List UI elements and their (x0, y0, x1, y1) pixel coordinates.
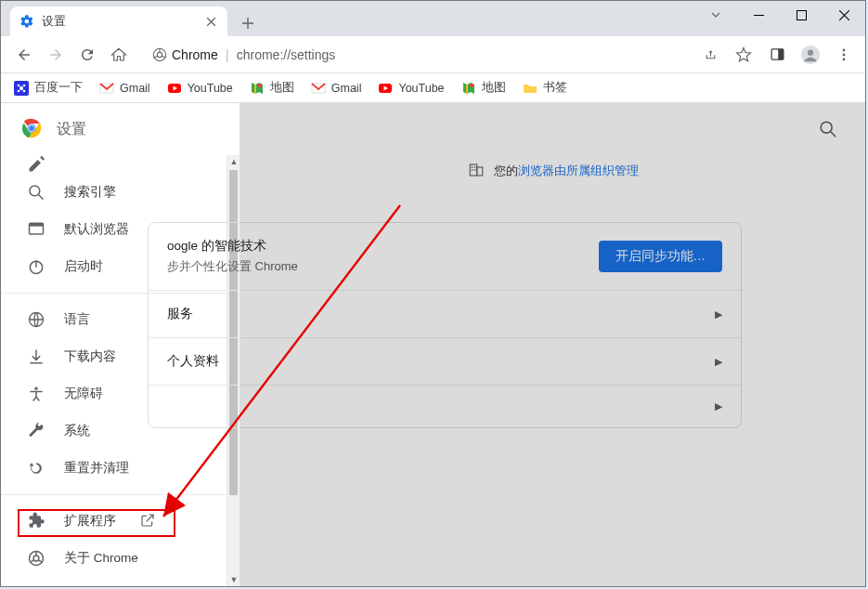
bookmark-item[interactable]: YouTube (370, 77, 451, 99)
address-bar[interactable]: Chrome | chrome://settings (142, 41, 681, 69)
sidebar-item-about-chrome[interactable]: 关于 Chrome (1, 540, 240, 577)
svg-point-7 (808, 49, 813, 55)
youtube-icon (378, 81, 393, 96)
svg-point-27 (30, 186, 40, 196)
youtube-icon (167, 81, 182, 96)
svg-point-35 (821, 122, 832, 133)
profile-avatar-icon[interactable] (797, 41, 824, 69)
sidebar-item-reset[interactable]: 重置并清理 (1, 450, 240, 487)
svg-point-22 (469, 83, 473, 86)
sidebar-item-extensions[interactable]: 扩展程序 (1, 503, 240, 540)
maps-icon (250, 81, 265, 96)
settings-main: 您的浏览器由所属组织管理 oogle 的智能技术 步并个性化设置 Chrome … (240, 103, 865, 586)
wrench-icon (27, 422, 45, 440)
turn-on-sync-button[interactable]: 开启同步功能… (599, 241, 723, 272)
blank-row[interactable]: ▶ (149, 386, 741, 427)
svg-rect-37 (476, 167, 482, 176)
omnibox-label: Chrome (172, 47, 218, 62)
svg-rect-40 (471, 169, 473, 171)
sidebar-title: 设置 (57, 120, 86, 139)
maximize-button[interactable] (780, 1, 823, 29)
sync-services-row[interactable]: 服务 ▶ (149, 291, 741, 338)
minimize-button[interactable] (737, 1, 780, 29)
folder-icon (523, 81, 538, 96)
svg-point-32 (34, 387, 37, 390)
bookmark-item[interactable]: Gmail (304, 77, 369, 99)
chevron-right-icon: ▶ (715, 308, 722, 321)
sidebar-item-label: 扩展程序 (64, 513, 116, 530)
menu-icon[interactable] (830, 41, 858, 69)
tab-close-icon[interactable] (203, 14, 218, 29)
extension-icon (27, 512, 45, 530)
svg-rect-1 (797, 10, 806, 20)
chrome-logo-icon (21, 118, 42, 141)
gmail-icon (311, 81, 326, 96)
svg-point-9 (843, 53, 846, 56)
restore-icon (27, 459, 45, 478)
forward-button[interactable] (40, 39, 71, 71)
scroll-up-icon[interactable]: ▲ (227, 155, 240, 168)
sidebar-item-label: 系统 (64, 423, 90, 439)
bookmark-star-icon[interactable] (730, 41, 758, 69)
svg-point-14 (18, 89, 20, 92)
share-icon[interactable] (696, 41, 724, 69)
sidebar-item-label: 下载内容 (64, 348, 116, 365)
toolbar: Chrome | chrome://settings (1, 36, 865, 73)
bookmark-item[interactable]: Gmail (92, 77, 158, 99)
svg-point-13 (23, 84, 26, 86)
palette-icon (27, 155, 45, 174)
new-tab-button[interactable] (235, 10, 261, 36)
managed-notice: 您的浏览器由所属组织管理 (240, 157, 865, 185)
sync-title: oogle 的智能技术 (167, 238, 298, 255)
home-button[interactable] (103, 39, 135, 71)
side-panel-icon[interactable] (763, 41, 791, 69)
bookmarks-bar: 百度一下 Gmail YouTube 地图 Gmail YouTube 地图 (1, 73, 865, 103)
bookmark-item[interactable]: 书签 (515, 76, 575, 99)
sync-card: oogle 的智能技术 步并个性化设置 Chrome 开启同步功能… 服务 ▶ … (148, 222, 742, 428)
svg-rect-0 (754, 15, 764, 16)
gmail-icon (99, 81, 114, 96)
globe-icon (27, 310, 45, 329)
svg-point-15 (23, 89, 26, 92)
sidebar-item-search-engine[interactable]: 搜索引擎 (1, 174, 240, 211)
sidebar-item-label: 启动时 (64, 258, 103, 275)
window-controls (694, 1, 865, 29)
managed-link[interactable]: 浏览器由所属组织管理 (518, 164, 639, 177)
bookmark-item[interactable]: 地图 (242, 76, 302, 99)
sidebar-item-label: 语言 (64, 311, 90, 328)
chevron-down-icon[interactable] (694, 1, 737, 29)
scroll-down-icon[interactable]: ▼ (227, 573, 240, 586)
sidebar-item-label: 关于 Chrome (64, 550, 138, 567)
sidebar-item-label: 默认浏览器 (64, 221, 129, 238)
accessibility-icon (27, 385, 45, 403)
sidebar-item-label: 搜索引擎 (64, 184, 116, 201)
close-button[interactable] (823, 1, 865, 29)
svg-rect-36 (470, 164, 477, 176)
open-external-icon (140, 513, 157, 530)
svg-point-26 (29, 125, 34, 131)
svg-rect-41 (473, 169, 475, 171)
bookmark-item[interactable]: 地图 (454, 76, 513, 99)
bookmark-item[interactable]: YouTube (160, 77, 240, 99)
browser-icon (27, 220, 45, 239)
chrome-icon (27, 549, 45, 568)
svg-rect-39 (473, 166, 475, 168)
bookmark-item[interactable]: 百度一下 (6, 76, 90, 99)
chevron-right-icon: ▶ (715, 356, 722, 368)
svg-point-19 (258, 83, 262, 86)
tab-title: 设置 (42, 14, 203, 30)
svg-point-3 (157, 52, 162, 57)
power-icon (27, 257, 45, 276)
sync-subtitle: 步并个性化设置 Chrome (167, 258, 298, 275)
sidebar-item-appearance[interactable] (1, 155, 240, 174)
building-icon (468, 162, 485, 181)
svg-rect-29 (30, 223, 44, 226)
search-settings-button[interactable] (811, 112, 845, 146)
tab-settings[interactable]: 设置 (10, 7, 227, 36)
back-button[interactable] (8, 39, 40, 71)
profile-row[interactable]: 个人资料 ▶ (149, 338, 741, 386)
chrome-icon (151, 46, 168, 63)
reload-button[interactable] (71, 39, 103, 71)
svg-point-16 (19, 85, 23, 90)
sidebar-item-label: 无障碍 (64, 386, 103, 402)
